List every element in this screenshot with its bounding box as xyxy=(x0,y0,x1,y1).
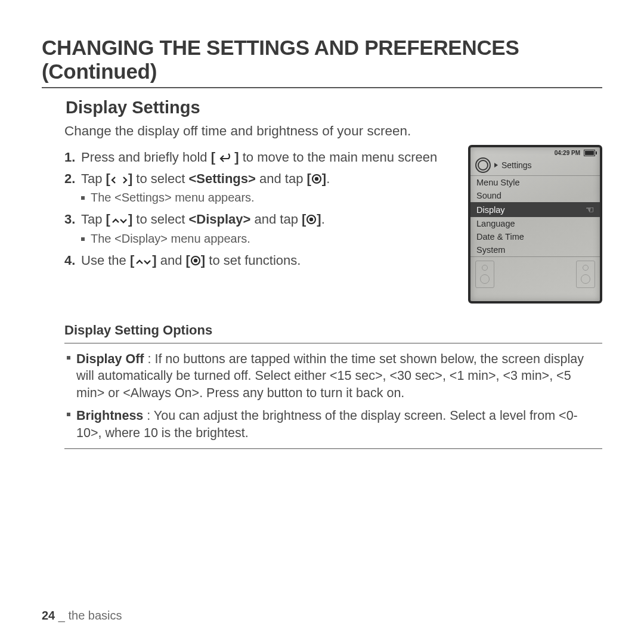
device-clock: 04:29 PM xyxy=(555,150,580,156)
device-menu-item: Sound xyxy=(470,189,600,202)
speaker-icon xyxy=(576,261,595,288)
text-fragment: and tap xyxy=(250,212,302,227)
step-1: 1. Press and briefly hold [ ] to move to… xyxy=(64,148,455,166)
page-title: CHANGING THE SETTINGS AND PREFERENCES (C… xyxy=(42,36,602,88)
step-text: Tap [] to select <Display> and tap []. xyxy=(81,210,325,228)
intro-text: Change the display off time and brightne… xyxy=(64,123,602,139)
square-bullet-icon xyxy=(67,413,70,416)
text-fragment: : You can adjust the brightness of the d… xyxy=(76,408,578,439)
device-statusbar: 04:29 PM xyxy=(470,147,600,156)
step-text: Press and briefly hold [ ] to move to th… xyxy=(81,148,437,166)
section-heading: Display Settings xyxy=(66,98,602,117)
option-label: Display Off xyxy=(76,352,144,366)
svg-point-1 xyxy=(315,177,318,180)
device-background-art xyxy=(470,257,600,301)
pointing-hand-icon: ☜ xyxy=(586,204,594,215)
step-number: 2. xyxy=(64,170,81,188)
options-box: Display Off : If no buttons are tapped w… xyxy=(64,343,602,449)
text-fragment: Press and briefly hold xyxy=(81,150,211,165)
text-fragment: and tap xyxy=(256,171,307,186)
text-fragment: . xyxy=(321,212,325,227)
select-button-icon: [] xyxy=(186,253,206,268)
option-label: Brightness xyxy=(76,408,143,423)
device-menu-item: Display☜ xyxy=(470,202,600,217)
page-footer: 24 _ the basics xyxy=(42,609,122,623)
device-heading-text: Settings xyxy=(501,160,532,170)
square-bullet-icon xyxy=(67,356,70,360)
page-number: 24 xyxy=(42,609,55,622)
text-fragment: to select xyxy=(132,212,188,227)
device-heading: Settings xyxy=(470,156,600,175)
up-down-icon: [] xyxy=(106,212,133,227)
up-down-icon: [] xyxy=(130,253,157,268)
svg-point-5 xyxy=(194,259,197,262)
select-button-icon: [] xyxy=(307,171,327,186)
text-fragment: Use the xyxy=(81,253,130,268)
device-menu-item-label: Display xyxy=(476,205,505,215)
steps-list: 1. Press and briefly hold [ ] to move to… xyxy=(64,145,455,273)
step-2: 2. Tap [] to select <Settings> and tap [… xyxy=(64,170,455,188)
option-text: Brightness : You can adjust the brightne… xyxy=(76,407,600,441)
device-menu-item: Menu Style xyxy=(470,176,600,189)
svg-point-3 xyxy=(309,218,313,221)
target-label: <Display> xyxy=(188,212,250,227)
step-number: 4. xyxy=(64,252,81,270)
text-fragment: to select xyxy=(132,171,188,186)
sub-text: The <Settings> menu appears. xyxy=(91,191,255,205)
text-fragment: Tap xyxy=(81,171,106,186)
options-heading: Display Setting Options xyxy=(64,323,602,338)
text-fragment: Tap xyxy=(81,212,106,227)
footer-section: the basics xyxy=(69,609,122,622)
text-fragment: and xyxy=(157,253,186,268)
device-screenshot: 04:29 PM Settings Menu StyleSoundDisplay… xyxy=(468,145,602,304)
footer-separator: _ xyxy=(55,609,68,622)
step-4: 4. Use the [] and [] to set functions. xyxy=(64,252,455,270)
back-button-icon: [ ] xyxy=(211,150,239,165)
device-frame: 04:29 PM Settings Menu StyleSoundDisplay… xyxy=(468,145,602,304)
target-label: <Settings> xyxy=(188,171,255,186)
step-text: Use the [] and [] to set functions. xyxy=(81,252,301,270)
step-number: 1. xyxy=(64,148,81,166)
left-right-icon: [] xyxy=(106,171,133,186)
text-fragment: : If no buttons are tapped within the ti… xyxy=(76,352,584,400)
square-bullet-icon xyxy=(81,196,85,200)
text-fragment: . xyxy=(326,171,330,186)
gear-icon xyxy=(475,157,491,173)
device-menu-item: Language xyxy=(470,217,600,230)
battery-icon xyxy=(584,150,595,156)
device-menu-list: Menu StyleSoundDisplay☜LanguageDate & Ti… xyxy=(470,175,600,257)
device-menu-item: Date & Time xyxy=(470,230,600,243)
option-text: Display Off : If no buttons are tapped w… xyxy=(76,351,600,401)
option-brightness: Brightness : You can adjust the brightne… xyxy=(67,407,600,441)
speaker-icon xyxy=(475,261,494,288)
document-page: CHANGING THE SETTINGS AND PREFERENCES (C… xyxy=(0,0,644,644)
step-2-sub: The <Settings> menu appears. xyxy=(81,191,455,205)
step-3-sub: The <Display> menu appears. xyxy=(81,232,455,246)
sub-text: The <Display> menu appears. xyxy=(91,232,250,246)
step-text: Tap [] to select <Settings> and tap []. xyxy=(81,170,330,188)
device-menu-item: System xyxy=(470,243,600,256)
text-fragment: to set functions. xyxy=(205,253,301,268)
text-fragment: to move to the main menu screen xyxy=(239,150,438,165)
play-triangle-icon xyxy=(494,163,498,168)
step-3: 3. Tap [] to select <Display> and tap []… xyxy=(64,210,455,228)
square-bullet-icon xyxy=(81,237,85,241)
content-row: 1. Press and briefly hold [ ] to move to… xyxy=(64,145,602,304)
option-display-off: Display Off : If no buttons are tapped w… xyxy=(67,351,600,401)
select-button-icon: [] xyxy=(302,212,321,227)
step-number: 3. xyxy=(64,210,81,228)
